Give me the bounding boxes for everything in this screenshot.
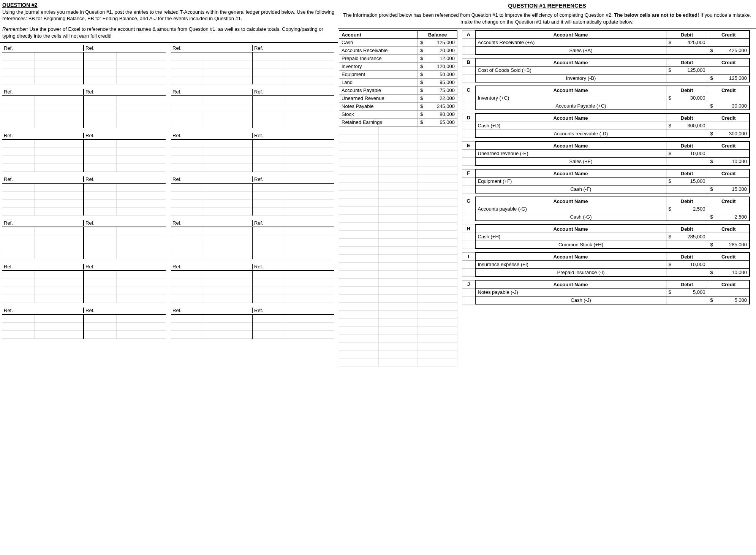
- t-account[interactable]: Ref.Ref.: [171, 219, 334, 259]
- balance-account: Cash: [339, 38, 418, 46]
- entry-head-account: Account Name: [475, 30, 666, 38]
- balance-row: Retained Earnings $65,000: [339, 118, 457, 126]
- entry-head-debit: Debit: [666, 114, 708, 122]
- journal-entry-I: I Account Name Debit Credit Insurance ex…: [462, 252, 750, 277]
- t-account[interactable]: Ref.Ref.: [171, 176, 334, 216]
- entry-credit-amount: $30,000: [708, 102, 750, 110]
- entry-debit-amount: $300,000: [666, 122, 708, 130]
- entry-head-debit: Debit: [666, 169, 708, 177]
- balance-account: Notes Payable: [339, 102, 418, 110]
- balance-account: Accounts Payable: [339, 86, 418, 94]
- balance-amount: $245,000: [418, 102, 457, 110]
- entry-credit-amount: $285,000: [708, 241, 750, 249]
- entry-debit-account: Accounts payable (-G): [475, 205, 666, 213]
- journal-entry-G: G Account Name Debit Credit Accounts pay…: [462, 197, 750, 221]
- entry-head-account: Account Name: [475, 252, 666, 260]
- balance-row: Cash $125,000: [339, 38, 457, 46]
- entry-debit-amount: $425,000: [666, 38, 708, 46]
- entry-credit-account: Sales (+E): [475, 157, 666, 165]
- entry-debit-amount: $125,000: [666, 66, 708, 74]
- entry-debit-amount: $30,000: [666, 94, 708, 102]
- ref-label: Ref.: [253, 45, 334, 51]
- entry-credit-account: Sales (+A): [475, 46, 666, 54]
- entry-credit-amount: $15,000: [708, 185, 750, 193]
- t-account[interactable]: Ref.Ref.: [171, 307, 334, 339]
- entry-credit-account: Cash (-J): [475, 296, 666, 304]
- entry-credit-account: Accounts Payable (+C): [475, 102, 666, 110]
- entry-credit-account: Cash (-G): [475, 213, 666, 221]
- t-account[interactable]: Ref.Ref.: [171, 263, 334, 303]
- t-account[interactable]: Ref.Ref.: [2, 88, 166, 128]
- balance-account: Accounts Receivable: [339, 46, 418, 54]
- journal-entry-J: J Account Name Debit Credit Notes payabl…: [462, 280, 750, 304]
- entry-credit-amount: $425,000: [708, 46, 750, 54]
- entry-debit-account: Cost of Goods Sold (+B): [475, 66, 666, 74]
- entry-head-debit: Debit: [666, 141, 708, 149]
- entry-credit-account: Common Stock (+H): [475, 241, 666, 249]
- journal-entry-E: E Account Name Debit Credit Unearned rev…: [462, 141, 750, 166]
- entry-letter: D: [462, 114, 475, 122]
- entry-head-credit: Credit: [708, 114, 750, 122]
- entry-credit-account: Cash (-F): [475, 185, 666, 193]
- entry-debit-amount: $5,000: [666, 288, 708, 296]
- t-account[interactable]: Ref.Ref.: [2, 176, 166, 216]
- entry-head-credit: Credit: [708, 169, 750, 177]
- t-account[interactable]: Ref.Ref.: [171, 88, 334, 128]
- entry-letter: E: [462, 141, 475, 149]
- journal-entry-A: A Account Name Debit Credit Accounts Rec…: [462, 30, 750, 55]
- balances-table: Account Balance Cash $125,000Accounts Re…: [338, 30, 460, 366]
- t-account[interactable]: Ref.Ref.: [2, 44, 166, 84]
- entry-head-debit: Debit: [666, 252, 708, 260]
- entry-head-account: Account Name: [475, 58, 666, 66]
- balance-row: Prepaid Insurance $12,000: [339, 54, 457, 62]
- balance-row: Equipment $50,000: [339, 70, 457, 78]
- entry-credit-amount: $10,000: [708, 157, 750, 165]
- balance-account: Equipment: [339, 70, 418, 78]
- entry-head-debit: Debit: [666, 30, 708, 38]
- balance-row: Notes Payable $245,000: [339, 102, 457, 110]
- entry-head-account: Account Name: [475, 114, 666, 122]
- journal-entry-D: D Account Name Debit Credit Cash (+D) $3…: [462, 113, 750, 138]
- ref-label: Ref.: [171, 45, 253, 51]
- entry-letter: H: [462, 225, 475, 233]
- entry-head-debit: Debit: [666, 225, 708, 233]
- entry-head-debit: Debit: [666, 86, 708, 94]
- t-account[interactable]: Ref.Ref.: [2, 132, 166, 172]
- balance-amount: $125,000: [418, 38, 457, 46]
- balance-amount: $20,000: [418, 46, 457, 54]
- balances-head-account: Account: [339, 30, 418, 38]
- t-account[interactable]: Ref.Ref.: [171, 132, 334, 172]
- entry-head-credit: Credit: [708, 30, 750, 38]
- balance-account: Retained Earnings: [339, 118, 418, 126]
- balance-amount: $22,000: [418, 94, 457, 102]
- t-account[interactable]: Ref.Ref.: [2, 263, 166, 303]
- balance-account: Stock: [339, 110, 418, 118]
- entry-head-credit: Credit: [708, 86, 750, 94]
- balance-account: Unearned Revenue: [339, 94, 418, 102]
- t-account[interactable]: Ref.Ref.: [171, 44, 334, 84]
- entry-credit-account: Inventory (-B): [475, 74, 666, 82]
- remember-text: Use the power of Excel to reference the …: [2, 26, 323, 39]
- entry-debit-amount: $285,000: [666, 233, 708, 241]
- entry-debit-account: Cash (+H): [475, 233, 666, 241]
- q1-ref-text-pre: The information provided below has been …: [343, 12, 614, 18]
- balance-amount: $80,000: [418, 110, 457, 118]
- journal-entry-H: H Account Name Debit Credit Cash (+H) $2…: [462, 224, 750, 249]
- entry-credit-amount: $5,000: [708, 296, 750, 304]
- balance-amount: $120,000: [418, 62, 457, 70]
- balance-amount: $75,000: [418, 86, 457, 94]
- journal-entries: A Account Name Debit Credit Accounts Rec…: [460, 30, 752, 366]
- entry-debit-amount: $10,000: [666, 260, 708, 268]
- entry-debit-account: Insurance expense (+I): [475, 260, 666, 268]
- entry-debit-account: Notes payable (-J): [475, 288, 666, 296]
- balance-account: Land: [339, 78, 418, 86]
- entry-credit-amount: $300,000: [708, 130, 750, 138]
- t-account[interactable]: Ref.Ref.: [2, 307, 166, 339]
- journal-entry-C: C Account Name Debit Credit Inventory (+…: [462, 86, 750, 110]
- t-account[interactable]: Ref.Ref.: [2, 219, 166, 259]
- entry-credit-account: Prepaid insurance (-I): [475, 268, 666, 276]
- entry-head-account: Account Name: [475, 169, 666, 177]
- balance-row: Land $95,000: [339, 78, 457, 86]
- entry-head-credit: Credit: [708, 252, 750, 260]
- entry-head-credit: Credit: [708, 225, 750, 233]
